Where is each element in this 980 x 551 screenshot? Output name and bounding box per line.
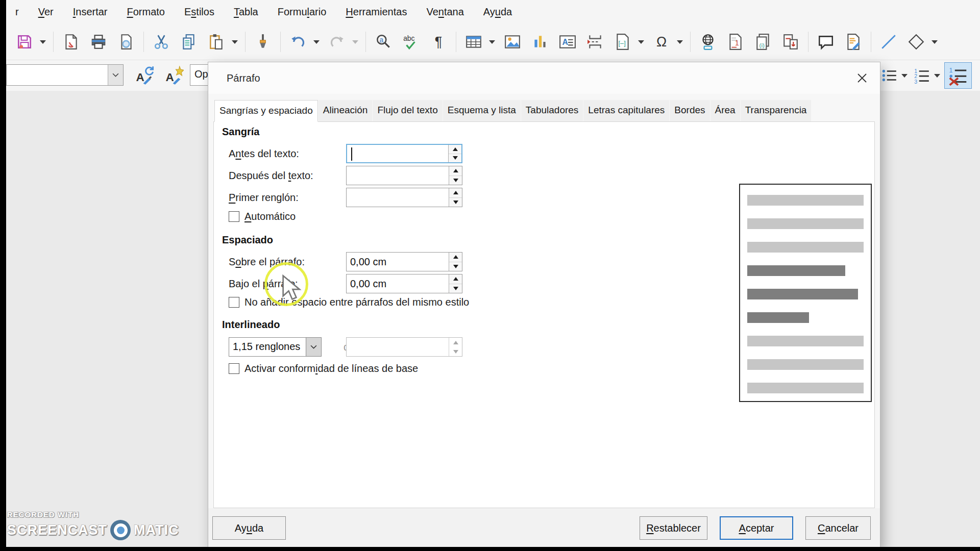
chevron-down-icon[interactable] bbox=[306, 338, 321, 356]
tab-transparencia[interactable]: Transparencia bbox=[741, 100, 812, 121]
basic-shapes-icon[interactable] bbox=[906, 32, 926, 52]
paste-dropdown-icon[interactable] bbox=[232, 40, 238, 44]
menu-item-estilos[interactable]: Estilos bbox=[184, 6, 214, 18]
insert-field-icon[interactable]: [–] bbox=[612, 32, 633, 52]
insert-image-icon[interactable] bbox=[502, 32, 523, 52]
menu-item-truncated[interactable]: r bbox=[15, 6, 19, 18]
unordered-list-icon[interactable] bbox=[879, 65, 899, 86]
dialog-titlebar[interactable]: Párrafo bbox=[208, 62, 880, 94]
tab-esquema-y-lista[interactable]: Esquema y lista bbox=[443, 100, 521, 121]
insert-textbox-icon[interactable]: A bbox=[557, 32, 578, 52]
automatic-checkbox[interactable] bbox=[229, 211, 239, 222]
spin-down-icon[interactable] bbox=[449, 198, 462, 207]
no-add-space-checkbox-row: No añadir espacio entre párrafos del mis… bbox=[229, 295, 469, 309]
menu-item-ventana[interactable]: Ventana bbox=[426, 6, 463, 18]
checkbox-label: Automático bbox=[244, 211, 296, 222]
spin-up-icon[interactable] bbox=[449, 274, 462, 284]
insert-chart-icon[interactable] bbox=[530, 32, 550, 52]
clone-formatting-icon[interactable] bbox=[253, 32, 273, 52]
primer-renglon-input[interactable] bbox=[347, 188, 449, 207]
chevron-down-icon[interactable] bbox=[108, 65, 123, 85]
update-style-icon[interactable]: A bbox=[133, 64, 156, 87]
special-character-dropdown-icon[interactable] bbox=[677, 40, 683, 44]
unordered-list-dropdown-icon[interactable] bbox=[901, 74, 908, 78]
tab-area[interactable]: Área bbox=[710, 100, 740, 121]
insert-footnote-icon[interactable]: 1 bbox=[725, 32, 746, 52]
print-preview-icon[interactable] bbox=[116, 32, 136, 52]
tab-letras-capitulares[interactable]: Letras capitulares bbox=[583, 100, 669, 121]
line-spacing-row: 1,15 renglones de bbox=[229, 337, 688, 357]
insert-page-break-icon[interactable] bbox=[585, 32, 605, 52]
hyperlink-icon[interactable] bbox=[698, 32, 718, 52]
baseline-checkbox[interactable] bbox=[229, 363, 239, 374]
tab-sangrias-y-espaciado[interactable]: Sangrías y espaciado bbox=[214, 100, 318, 122]
tab-flujo-del-texto[interactable]: Flujo del texto bbox=[373, 100, 442, 121]
reset-button[interactable]: Restablecer bbox=[640, 516, 707, 540]
insert-comment-icon[interactable] bbox=[816, 32, 836, 52]
cut-icon[interactable] bbox=[151, 32, 172, 52]
toolbar-separator bbox=[690, 32, 691, 52]
basic-shapes-dropdown-icon[interactable] bbox=[932, 40, 938, 44]
spin-down-icon[interactable] bbox=[449, 176, 462, 185]
track-changes-icon[interactable] bbox=[843, 32, 864, 52]
print-icon[interactable] bbox=[88, 32, 109, 52]
bajo-el-parrafo-input[interactable] bbox=[347, 274, 449, 293]
menu-item-formato[interactable]: Formato bbox=[127, 6, 165, 18]
spin-up-icon[interactable] bbox=[449, 145, 461, 154]
spin-down-icon[interactable] bbox=[449, 154, 461, 163]
antes-del-texto-spinfield[interactable] bbox=[346, 144, 462, 163]
insert-line-icon[interactable] bbox=[878, 32, 899, 52]
ok-button[interactable]: Aceptar bbox=[720, 516, 793, 540]
find-replace-icon[interactable]: a bbox=[373, 32, 394, 52]
undo-dropdown-icon[interactable] bbox=[313, 40, 320, 44]
sobre-el-parrafo-spinfield[interactable] bbox=[346, 252, 462, 271]
help-button[interactable]: Ayuda bbox=[212, 516, 286, 540]
section-heading-interlineado: Interlineado bbox=[222, 319, 280, 331]
despues-del-texto-spinfield[interactable] bbox=[346, 166, 462, 185]
tab-bordes[interactable]: Bordes bbox=[670, 100, 709, 121]
formatting-marks-icon[interactable]: ¶ bbox=[428, 32, 449, 52]
export-pdf-icon[interactable] bbox=[61, 32, 81, 52]
tab-tabuladores[interactable]: Tabuladores bbox=[521, 100, 583, 121]
spin-down-icon[interactable] bbox=[449, 262, 462, 271]
insert-endnote-icon[interactable]: (i) bbox=[753, 32, 773, 52]
line-spacing-combo[interactable]: 1,15 renglones bbox=[229, 337, 322, 357]
cross-reference-icon[interactable] bbox=[780, 32, 801, 52]
spelling-icon[interactable]: abc bbox=[401, 32, 421, 52]
insert-field-dropdown-icon[interactable] bbox=[638, 40, 644, 44]
sobre-el-parrafo-input[interactable] bbox=[347, 253, 449, 271]
primer-renglon-spinfield[interactable] bbox=[346, 188, 462, 207]
cancel-button[interactable]: Cancelar bbox=[805, 516, 871, 540]
close-icon[interactable] bbox=[856, 72, 868, 84]
undo-icon[interactable] bbox=[288, 32, 308, 52]
redo-icon[interactable] bbox=[327, 32, 347, 52]
no-list-button[interactable]: 1 bbox=[944, 62, 972, 89]
save-icon[interactable] bbox=[14, 32, 35, 52]
bajo-el-parrafo-spinfield[interactable] bbox=[346, 274, 462, 293]
spin-up-icon[interactable] bbox=[449, 253, 462, 262]
despues-del-texto-input[interactable] bbox=[347, 166, 449, 185]
no-add-space-checkbox[interactable] bbox=[229, 297, 239, 308]
menu-item-tabla[interactable]: Tabla bbox=[234, 6, 258, 18]
insert-table-icon[interactable] bbox=[463, 32, 484, 52]
ordered-list-icon[interactable]: 123 bbox=[912, 65, 932, 86]
copy-icon[interactable] bbox=[179, 32, 199, 52]
menu-item-herramientas[interactable]: Herramientas bbox=[346, 6, 407, 18]
menu-item-ver[interactable]: Ver bbox=[38, 6, 54, 18]
paragraph-style-combo[interactable] bbox=[6, 64, 124, 86]
tab-alineacion[interactable]: Alineación bbox=[318, 100, 373, 121]
new-style-icon[interactable]: A bbox=[162, 64, 186, 87]
save-dropdown-icon[interactable] bbox=[40, 40, 46, 44]
spin-down-icon[interactable] bbox=[449, 284, 462, 293]
special-character-icon[interactable]: Ω bbox=[651, 32, 672, 52]
spin-up-icon[interactable] bbox=[449, 188, 462, 198]
menu-item-formulario[interactable]: Formulario bbox=[278, 6, 327, 18]
redo-dropdown-icon[interactable] bbox=[352, 40, 358, 44]
insert-table-dropdown-icon[interactable] bbox=[489, 40, 495, 44]
antes-del-texto-input[interactable] bbox=[347, 145, 448, 162]
menu-item-ayuda[interactable]: Ayuda bbox=[483, 6, 512, 18]
spin-up-icon[interactable] bbox=[449, 166, 462, 176]
paste-icon[interactable] bbox=[206, 32, 227, 52]
ordered-list-dropdown-icon[interactable] bbox=[934, 74, 940, 78]
menu-item-insertar[interactable]: Insertar bbox=[73, 6, 108, 18]
